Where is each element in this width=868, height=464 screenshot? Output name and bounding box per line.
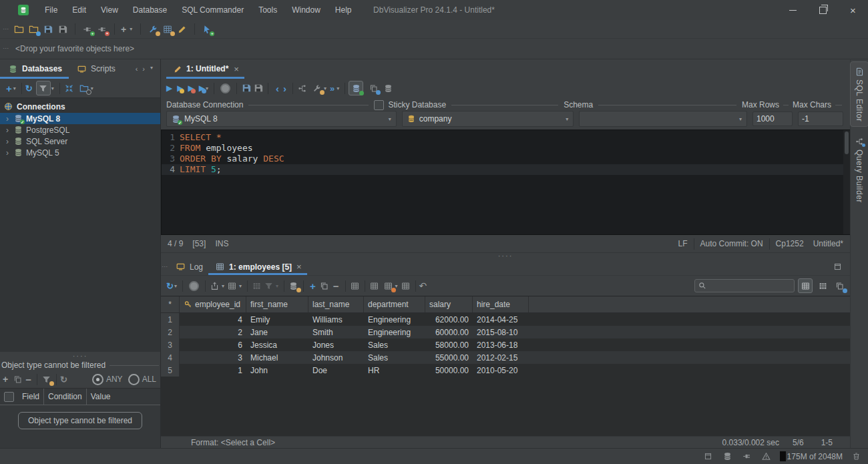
table-cell[interactable]: 60000.00 bbox=[425, 326, 473, 338]
tab-query-builder-side[interactable]: Query Builder bbox=[851, 132, 868, 208]
table-cell[interactable]: 2015-08-10 bbox=[473, 326, 529, 338]
table-cell[interactable]: 2012-02-15 bbox=[473, 351, 529, 364]
row-number[interactable]: 1 bbox=[161, 313, 180, 326]
tab-result-employees[interactable]: 1: employees [5] × bbox=[208, 258, 307, 275]
back-icon[interactable]: ‹ bbox=[276, 83, 279, 93]
sql-editor[interactable]: 1SELECT *2FROM employees3ORDER BY salary… bbox=[161, 130, 850, 235]
tab-scroll-right-icon[interactable]: › bbox=[142, 65, 145, 73]
edit-filter-icon[interactable] bbox=[41, 373, 53, 385]
table-cell[interactable]: Jane bbox=[246, 326, 308, 338]
auto-commit-status[interactable]: Auto Commit: ON bbox=[700, 239, 763, 248]
table-cell[interactable]: 2014-04-25 bbox=[473, 313, 529, 326]
export-grid-icon[interactable] bbox=[209, 280, 221, 292]
connections-status-icon[interactable] bbox=[741, 451, 753, 463]
column-header-hire-date[interactable]: hire_date bbox=[473, 296, 529, 312]
cell-editor-button[interactable] bbox=[833, 279, 846, 292]
grid-status-icon[interactable] bbox=[702, 451, 714, 463]
format-sql-icon[interactable] bbox=[311, 82, 323, 94]
tree-item-mysql-8[interactable]: ›✓MySQL 8 bbox=[0, 113, 160, 124]
table-cell[interactable]: Jessica bbox=[246, 338, 308, 351]
forward-icon[interactable]: › bbox=[283, 83, 286, 93]
tab-databases[interactable]: Databases bbox=[0, 59, 69, 79]
grid-settings-icon[interactable] bbox=[226, 280, 238, 292]
undo-icon[interactable]: ↶ bbox=[419, 280, 427, 291]
filter-col-field[interactable]: Field bbox=[18, 389, 44, 405]
table-cell[interactable]: 58000.00 bbox=[425, 338, 473, 351]
filter-col-condition[interactable]: Condition bbox=[44, 389, 87, 405]
filter-objects-button[interactable] bbox=[36, 81, 51, 95]
stop-result-icon[interactable] bbox=[189, 281, 199, 291]
table-cell[interactable]: 6 bbox=[180, 338, 246, 351]
table-cell[interactable]: 3 bbox=[180, 351, 246, 364]
form-view-button[interactable] bbox=[816, 279, 829, 292]
grid-view-toggle-button[interactable] bbox=[798, 278, 813, 293]
refresh-result-icon[interactable]: ↻ bbox=[166, 281, 174, 291]
table-cell[interactable]: Sales bbox=[364, 338, 425, 351]
execute-explain-icon[interactable]: ▶ bbox=[199, 83, 205, 93]
close-button[interactable]: × bbox=[838, 0, 868, 20]
results-grip-icon[interactable]: ⋮ bbox=[163, 264, 167, 270]
save-as-icon[interactable] bbox=[57, 23, 69, 35]
edit-table-data-icon[interactable] bbox=[288, 280, 300, 292]
table-cell[interactable]: 2013-06-18 bbox=[473, 338, 529, 351]
column-header-department[interactable]: department bbox=[364, 296, 425, 312]
commit-settings-icon[interactable] bbox=[382, 82, 394, 94]
editor-scrollbar[interactable] bbox=[843, 130, 850, 234]
open-bookmark-icon[interactable] bbox=[27, 23, 39, 35]
toolbar-grip-icon[interactable]: ⋮ bbox=[4, 26, 8, 33]
menu-window[interactable]: Window bbox=[284, 5, 328, 15]
table-row[interactable]: 14EmilyWilliamsEngineering62000.002014-0… bbox=[161, 313, 850, 326]
save-icon[interactable] bbox=[240, 82, 252, 94]
menu-database[interactable]: Database bbox=[126, 5, 174, 15]
table-cell[interactable]: 55000.00 bbox=[425, 351, 473, 364]
add-object-icon[interactable]: + bbox=[121, 24, 126, 35]
chevron-down-icon[interactable]: ▾ bbox=[222, 283, 224, 289]
save-icon[interactable] bbox=[42, 23, 54, 35]
tab-sql-editor-1[interactable]: 1: Untitled* × bbox=[166, 59, 244, 79]
chevron-down-icon[interactable]: ▾ bbox=[51, 85, 54, 91]
chevron-down-icon[interactable]: ▾ bbox=[324, 85, 327, 91]
chevron-right-icon[interactable]: › bbox=[4, 126, 11, 135]
tree-item-mysql-5[interactable]: ›MySQL 5 bbox=[0, 147, 160, 158]
table-cell[interactable]: 62000.00 bbox=[425, 313, 473, 326]
delete-row-icon[interactable]: − bbox=[333, 280, 339, 292]
menu-edit[interactable]: Edit bbox=[65, 5, 93, 15]
execute-buffer-icon[interactable]: ▶ bbox=[177, 83, 183, 93]
table-row[interactable]: 36JessicaJonesSales58000.002013-06-18 bbox=[161, 338, 850, 351]
connect-icon[interactable]: + bbox=[81, 23, 93, 35]
table-cell[interactable]: Smith bbox=[308, 326, 364, 338]
table-cell[interactable]: 50000.00 bbox=[425, 364, 473, 377]
warning-icon[interactable] bbox=[761, 451, 773, 463]
table-cell[interactable]: Engineering bbox=[364, 326, 425, 338]
execute-icon[interactable]: ▶ bbox=[166, 83, 172, 93]
all-radio[interactable] bbox=[128, 374, 140, 385]
max-chars-input[interactable] bbox=[798, 111, 843, 126]
close-tab-icon[interactable]: × bbox=[234, 64, 239, 74]
chevron-down-icon[interactable]: ▾ bbox=[395, 283, 398, 289]
save-as-icon[interactable] bbox=[252, 82, 264, 94]
encoding[interactable]: Cp1252 bbox=[776, 239, 804, 248]
stop-icon[interactable] bbox=[220, 83, 230, 93]
trash-icon[interactable] bbox=[850, 451, 862, 463]
chevron-down-icon[interactable]: ▾ bbox=[174, 283, 177, 289]
add-connection-icon[interactable]: + bbox=[6, 83, 12, 94]
filter-result-icon[interactable] bbox=[263, 280, 275, 292]
chevron-down-icon[interactable]: ▾ bbox=[276, 283, 278, 289]
remove-filter-icon[interactable]: − bbox=[25, 374, 31, 385]
schema-select[interactable]: ▾ bbox=[579, 111, 747, 127]
chevron-right-icon[interactable]: › bbox=[4, 148, 11, 158]
maximize-panel-icon[interactable] bbox=[831, 261, 843, 273]
grid-search-input[interactable] bbox=[709, 280, 791, 291]
column-header-last-name[interactable]: last_name bbox=[308, 296, 364, 312]
table-cell[interactable]: 2 bbox=[180, 326, 246, 338]
restore-button[interactable] bbox=[808, 0, 838, 20]
new-object-icon[interactable]: + bbox=[201, 23, 213, 35]
minimize-button[interactable] bbox=[778, 0, 808, 20]
filter-col-value[interactable]: Value bbox=[87, 389, 160, 405]
describe-table-icon[interactable] bbox=[251, 280, 263, 292]
table-cell[interactable]: 4 bbox=[180, 313, 246, 326]
chevron-down-icon[interactable]: ▾ bbox=[13, 85, 16, 91]
chevron-down-icon[interactable]: ▾ bbox=[130, 26, 132, 32]
editor-results-splitter[interactable]: ···· bbox=[161, 253, 850, 258]
insert-row-icon[interactable]: + bbox=[310, 280, 316, 292]
